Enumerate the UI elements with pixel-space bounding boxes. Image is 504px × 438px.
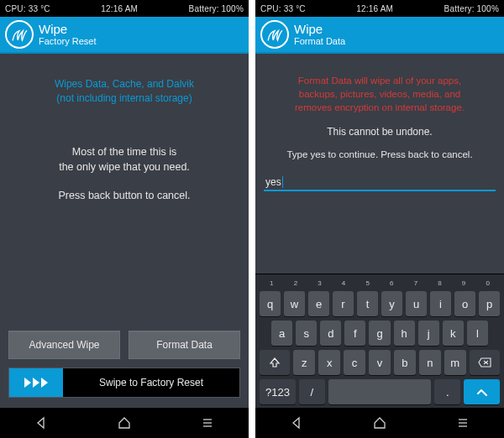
twrp-logo-icon	[5, 20, 34, 49]
swipe-handle[interactable]	[9, 368, 63, 397]
advanced-wipe-button[interactable]: Advanced Wipe	[8, 331, 120, 359]
key-c[interactable]: c	[344, 350, 365, 375]
back-button[interactable]	[20, 413, 62, 433]
key-d[interactable]: d	[320, 321, 341, 346]
symbols-key[interactable]: ?123	[260, 379, 296, 404]
home-button[interactable]	[103, 413, 145, 433]
key-t[interactable]: t	[357, 291, 378, 316]
android-nav-bar	[255, 408, 504, 438]
header-subtitle: Factory Reset	[39, 36, 96, 46]
key-g[interactable]: g	[369, 321, 390, 346]
format-warning: Format Data will wipe all of your apps, …	[264, 74, 496, 114]
key-p[interactable]: p	[479, 291, 500, 316]
key-m[interactable]: m	[444, 350, 466, 375]
chevron-right-icon	[24, 378, 31, 388]
key-k[interactable]: k	[443, 321, 464, 346]
key-e[interactable]: e	[308, 291, 329, 316]
key-b[interactable]: b	[394, 350, 416, 375]
status-time: 12:16 AM	[356, 4, 393, 13]
key-w[interactable]: w	[284, 291, 305, 316]
screen-factory-reset: CPU: 33 °C 12:16 AM Battery: 100% Wipe F…	[0, 0, 249, 438]
key-h[interactable]: h	[394, 321, 415, 346]
key-o[interactable]: o	[454, 291, 475, 316]
screen-format-data: CPU: 33 °C 12:16 AM Battery: 100% Wipe F…	[255, 0, 504, 438]
format-data-button[interactable]: Format Data	[129, 331, 240, 359]
swipe-to-factory-reset[interactable]: Swipe to Factory Reset	[8, 368, 240, 398]
key-q[interactable]: q	[260, 291, 281, 316]
home-button[interactable]	[359, 413, 401, 433]
twrp-logo-icon	[260, 20, 289, 49]
swipe-label: Swipe to Factory Reset	[63, 377, 239, 388]
key-f[interactable]: f	[344, 321, 365, 346]
status-cpu: CPU: 33 °C	[260, 4, 306, 13]
cancel-hint: Press back button to cancel.	[8, 190, 240, 201]
confirmation-input[interactable]: yes	[264, 171, 496, 191]
header-title: Wipe	[294, 23, 345, 37]
recent-button[interactable]	[186, 413, 228, 433]
undone-warning: This cannot be undone.	[264, 126, 496, 138]
key-j[interactable]: j	[418, 321, 439, 346]
key-a[interactable]: a	[271, 321, 292, 346]
chevron-right-icon	[33, 378, 39, 388]
header: Wipe Factory Reset	[0, 17, 249, 54]
key-v[interactable]: v	[369, 350, 391, 375]
back-button[interactable]	[276, 413, 318, 433]
key-n[interactable]: n	[419, 350, 441, 375]
wipe-description: Wipes Data, Cache, and Dalvik (not inclu…	[8, 77, 240, 106]
header-title: Wipe	[39, 23, 96, 37]
keyboard-hint-row: 1234567890	[258, 279, 501, 287]
slash-key[interactable]: /	[299, 379, 325, 404]
backspace-key[interactable]	[470, 350, 500, 375]
status-battery: Battery: 100%	[444, 4, 499, 13]
key-s[interactable]: s	[296, 321, 317, 346]
status-cpu: CPU: 33 °C	[5, 4, 50, 13]
status-bar: CPU: 33 °C 12:16 AM Battery: 100%	[0, 0, 249, 17]
key-i[interactable]: i	[430, 291, 451, 316]
wipe-hint: Most of the time this is the only wipe t…	[8, 144, 240, 175]
on-screen-keyboard: 1234567890 qwertyuiop asdfghjkl zxcvbnm …	[255, 274, 504, 408]
key-l[interactable]: l	[467, 321, 488, 346]
status-bar: CPU: 33 °C 12:16 AM Battery: 100%	[255, 0, 504, 17]
chevron-right-icon	[41, 378, 48, 388]
key-r[interactable]: r	[333, 291, 354, 316]
enter-key[interactable]	[464, 379, 500, 404]
keyboard-row-3: zxcvbnm	[258, 350, 501, 375]
header-subtitle: Format Data	[294, 36, 345, 46]
type-yes-instruction: Type yes to continue. Press back to canc…	[264, 149, 496, 159]
key-u[interactable]: u	[406, 291, 427, 316]
android-nav-bar	[0, 408, 249, 438]
status-battery: Battery: 100%	[189, 4, 244, 13]
space-key[interactable]	[328, 379, 432, 404]
keyboard-row-4: ?123 / .	[258, 379, 501, 404]
key-x[interactable]: x	[318, 350, 340, 375]
input-value: yes	[265, 176, 281, 188]
status-time: 12:16 AM	[101, 4, 138, 13]
shift-key[interactable]	[260, 350, 290, 375]
text-cursor	[282, 176, 283, 188]
keyboard-row-2: asdfghjkl	[258, 321, 501, 346]
period-key[interactable]: .	[434, 379, 460, 404]
header: Wipe Format Data	[255, 17, 504, 54]
key-y[interactable]: y	[381, 291, 402, 316]
key-z[interactable]: z	[293, 350, 315, 375]
keyboard-row-1: qwertyuiop	[258, 291, 501, 316]
recent-button[interactable]	[442, 413, 484, 433]
